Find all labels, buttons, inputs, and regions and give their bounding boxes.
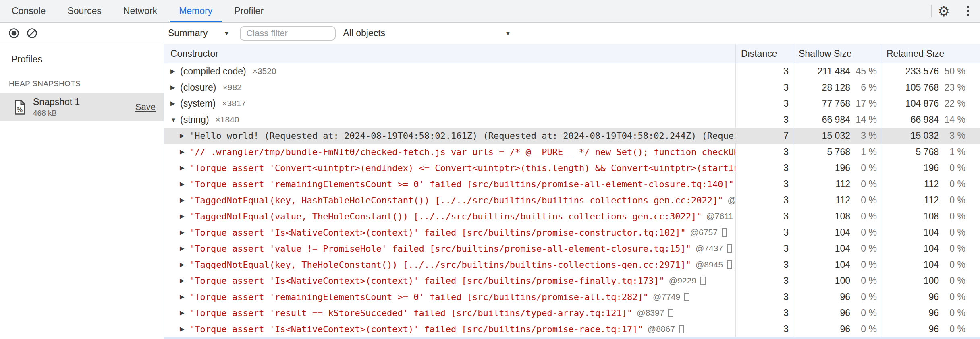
retained-size-value: 233 576 bbox=[881, 66, 939, 77]
tab-memory[interactable]: Memory bbox=[168, 0, 223, 22]
disclosure-triangle-icon[interactable]: ▶ bbox=[180, 309, 189, 316]
record-heap-snapshot-button[interactable] bbox=[8, 27, 20, 39]
devtools-tabbar: Console Sources Network Memory Profiler … bbox=[0, 0, 980, 23]
devtools-window: Console Sources Network Memory Profiler … bbox=[0, 0, 980, 339]
distance-cell: 3 bbox=[735, 256, 793, 273]
objects-scope-select[interactable]: All objects ▼ bbox=[343, 28, 511, 39]
missing-glyph-box-icon bbox=[727, 244, 732, 253]
table-row[interactable]: ▶(closure)×982328 1286 %105 76823 % bbox=[164, 79, 980, 95]
retained-size-cell: 233 57650 % bbox=[881, 63, 980, 79]
disclosure-triangle-icon[interactable]: ▶ bbox=[180, 180, 189, 188]
disclosure-triangle-icon[interactable]: ▼ bbox=[170, 116, 180, 123]
save-snapshot-link[interactable]: Save bbox=[135, 102, 156, 112]
string-value: "Torque assert 'Is<NativeContext>(contex… bbox=[189, 324, 643, 334]
retained-size-percent: 0 % bbox=[939, 259, 965, 270]
column-header-constructor[interactable]: Constructor bbox=[164, 48, 735, 59]
table-row[interactable]: ▶(system)×3817377 76817 %104 87622 % bbox=[164, 95, 980, 112]
chevron-down-icon: ▼ bbox=[505, 30, 511, 37]
table-row[interactable]: ▶"// .wrangler/tmp/bundle-FmNIt0/checked… bbox=[164, 144, 980, 160]
retained-size-cell: 1000 % bbox=[881, 273, 980, 289]
chevron-down-icon[interactable]: ▼ bbox=[224, 30, 229, 37]
retained-size-percent: 23 % bbox=[939, 82, 965, 93]
disclosure-triangle-icon[interactable]: ▶ bbox=[180, 325, 189, 333]
retained-size-value: 104 bbox=[881, 259, 939, 270]
object-id: @9229 bbox=[669, 276, 696, 285]
shallow-size-percent: 0 % bbox=[850, 308, 877, 318]
shallow-size-value: 100 bbox=[793, 275, 850, 286]
column-header-shallow-size[interactable]: Shallow Size bbox=[793, 44, 881, 63]
retained-size-percent: 0 % bbox=[939, 275, 965, 286]
column-header-distance[interactable]: Distance bbox=[735, 44, 793, 63]
constructor-cell: ▶"Hello world! (Requested at: 2024-08-19… bbox=[164, 128, 735, 144]
object-id: @7437 bbox=[696, 244, 723, 253]
tab-console[interactable]: Console bbox=[1, 0, 56, 22]
disclosure-triangle-icon[interactable]: ▶ bbox=[180, 261, 189, 268]
instance-count: ×1840 bbox=[216, 115, 239, 124]
table-row[interactable]: ▶"Torque assert 'remainingElementsCount … bbox=[164, 176, 980, 192]
table-row[interactable]: ▶"Torque assert 'Is<NativeContext>(conte… bbox=[164, 273, 980, 289]
table-row[interactable]: ▶"Hello world! (Requested at: 2024-08-19… bbox=[164, 128, 980, 144]
heap-snapshots-section-label: HEAP SNAPSHOTS bbox=[0, 65, 164, 93]
disclosure-triangle-icon[interactable]: ▶ bbox=[170, 100, 180, 107]
retained-size-value: 112 bbox=[881, 195, 939, 206]
retained-size-value: 112 bbox=[881, 179, 939, 190]
disclosure-triangle-icon[interactable]: ▶ bbox=[180, 213, 189, 220]
table-row[interactable]: ▶"Torque assert 'Convert<uintptr>(endInd… bbox=[164, 160, 980, 176]
table-row[interactable]: ▼(string)×1840366 98414 %66 98414 % bbox=[164, 112, 980, 128]
table-row[interactable]: ▶"Torque assert 'result == kStoreSuccede… bbox=[164, 305, 980, 321]
instance-count: ×3817 bbox=[222, 99, 246, 108]
table-row[interactable]: ▶"Torque assert 'value != PromiseHole' f… bbox=[164, 240, 980, 256]
shallow-size-value: 15 032 bbox=[793, 130, 850, 141]
sidebar-item-snapshot-1[interactable]: % Snapshot 1 468 kB Save bbox=[0, 93, 164, 121]
constructor-cell: ▶(compiled code)×3520 bbox=[164, 63, 735, 79]
disclosure-triangle-icon[interactable]: ▶ bbox=[180, 164, 189, 172]
distance-cell: 3 bbox=[735, 305, 793, 321]
tab-sources[interactable]: Sources bbox=[56, 0, 112, 22]
disclosure-triangle-icon[interactable]: ▶ bbox=[170, 84, 180, 91]
disclosure-triangle-icon[interactable]: ▶ bbox=[170, 68, 180, 75]
disclosure-triangle-icon[interactable]: ▶ bbox=[180, 148, 189, 155]
table-row[interactable]: ▶"Torque assert 'Is<NativeContext>(conte… bbox=[164, 321, 980, 337]
constructor-cell: ▶"Torque assert 'remainingElementsCount … bbox=[164, 176, 735, 192]
retained-size-cell: 1120 % bbox=[881, 192, 980, 208]
distance-cell: 3 bbox=[735, 95, 793, 112]
string-value: "Torque assert 'result == kStoreSucceded… bbox=[189, 308, 632, 318]
perspective-select[interactable]: Summary bbox=[168, 28, 208, 39]
retained-size-cell: 15 0323 % bbox=[881, 128, 980, 144]
disclosure-triangle-icon[interactable]: ▶ bbox=[180, 132, 189, 139]
shallow-size-percent: 0 % bbox=[850, 163, 877, 174]
settings-button[interactable]: ⚙ bbox=[932, 0, 956, 22]
disclosure-triangle-icon[interactable]: ▶ bbox=[180, 245, 189, 252]
missing-glyph-box-icon bbox=[684, 293, 689, 301]
table-row[interactable]: ▶"TaggedNotEqual(value, TheHoleConstant(… bbox=[164, 208, 980, 224]
table-row[interactable]: ▶"TaggedNotEqual(key, HashTableHoleConst… bbox=[164, 192, 980, 208]
distance-cell: 3 bbox=[735, 63, 793, 79]
record-icon bbox=[8, 27, 20, 39]
column-header-retained-size[interactable]: Retained Size bbox=[881, 44, 980, 63]
tabbar-spacer bbox=[274, 0, 931, 22]
table-row[interactable]: ▶(compiled code)×35203211 48445 %233 576… bbox=[164, 63, 980, 79]
retained-size-percent: 1 % bbox=[939, 147, 965, 157]
shallow-size-value: 104 bbox=[793, 227, 850, 238]
memory-panel-content: Summary ▼ All objects ▼ Constructor Dist… bbox=[164, 23, 980, 339]
string-value: "Torque assert 'Convert<uintptr>(endInde… bbox=[189, 163, 735, 173]
tab-profiler[interactable]: Profiler bbox=[223, 0, 274, 22]
disclosure-triangle-icon[interactable]: ▶ bbox=[180, 293, 189, 300]
table-row[interactable]: ▶"Torque assert 'Is<NativeContext>(conte… bbox=[164, 224, 980, 240]
object-id: @7749 bbox=[653, 292, 680, 302]
disclosure-triangle-icon[interactable]: ▶ bbox=[180, 229, 189, 236]
class-filter-input[interactable] bbox=[240, 26, 336, 41]
clear-profiles-button[interactable] bbox=[26, 27, 38, 39]
disclosure-triangle-icon[interactable]: ▶ bbox=[180, 277, 189, 284]
table-row[interactable]: ▶"Torque assert 'remainingElementsCount … bbox=[164, 289, 980, 305]
missing-glyph-box-icon bbox=[700, 277, 706, 285]
constructor-cell: ▶"Torque assert 'result == kStoreSuccede… bbox=[164, 305, 735, 321]
shallow-size-cell: 28 1286 % bbox=[793, 79, 881, 95]
table-row[interactable]: ▶"TaggedNotEqual(key, TheHoleConstant())… bbox=[164, 256, 980, 273]
tab-network[interactable]: Network bbox=[112, 0, 168, 22]
more-options-button[interactable] bbox=[956, 0, 980, 22]
disclosure-triangle-icon[interactable]: ▶ bbox=[180, 196, 189, 204]
retained-size-value: 96 bbox=[881, 291, 939, 302]
shallow-size-cell: 1960 % bbox=[793, 160, 881, 176]
retained-size-value: 104 bbox=[881, 243, 939, 254]
